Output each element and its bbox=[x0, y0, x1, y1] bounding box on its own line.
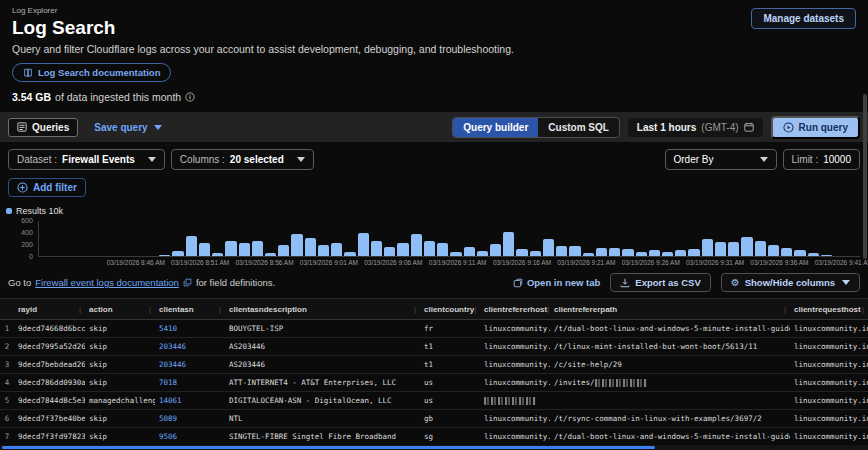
cell-clientasn[interactable]: 203446 bbox=[155, 342, 225, 351]
chart-bar[interactable] bbox=[569, 246, 580, 256]
chart-bar[interactable] bbox=[583, 253, 594, 256]
column-header-action[interactable]: action| bbox=[85, 305, 155, 314]
column-resize-handle[interactable]: | bbox=[414, 305, 416, 314]
chart-bar[interactable] bbox=[530, 251, 541, 256]
column-resize-handle[interactable]: | bbox=[79, 305, 81, 314]
chart-bar[interactable] bbox=[450, 252, 461, 256]
chart-bar[interactable] bbox=[225, 241, 236, 256]
chart-bar[interactable] bbox=[212, 253, 223, 256]
column-header-clientrefererpath[interactable]: clientrefererpath| bbox=[550, 305, 790, 314]
chart-bar[interactable] bbox=[371, 241, 382, 256]
chart-bar[interactable] bbox=[649, 250, 660, 256]
chart-bar[interactable] bbox=[411, 234, 422, 256]
chart-bar[interactable] bbox=[331, 243, 342, 256]
chart-bar[interactable] bbox=[437, 243, 448, 256]
chart-bar[interactable] bbox=[821, 255, 832, 256]
chart-bar[interactable] bbox=[688, 249, 699, 256]
add-filter-button[interactable]: Add filter bbox=[8, 178, 86, 197]
chart-bar[interactable] bbox=[305, 238, 316, 256]
cell-clientasn[interactable]: 5410 bbox=[155, 324, 225, 333]
chart-bar[interactable] bbox=[609, 248, 620, 256]
time-range-picker[interactable]: Last 1 hours (GMT-4) bbox=[628, 118, 763, 137]
chart-bar[interactable] bbox=[741, 237, 752, 256]
column-header-clientasndescription[interactable]: clientasndescription| bbox=[225, 305, 420, 314]
chart-bar[interactable] bbox=[543, 239, 554, 256]
tab-query-builder[interactable]: Query builder bbox=[453, 118, 538, 137]
save-query-button[interactable]: Save query bbox=[94, 122, 161, 133]
chart-bar[interactable] bbox=[252, 241, 263, 256]
chart-bar[interactable] bbox=[278, 245, 289, 256]
table-row[interactable]: 29decd7995a52d26cskip203446AS203446t1lin… bbox=[0, 338, 868, 356]
chart-bar[interactable] bbox=[384, 247, 395, 256]
table-row[interactable]: 59decd7844d8c5e39managedchallenge14061DI… bbox=[0, 392, 868, 410]
log-search-documentation-button[interactable]: Log Search documentation bbox=[12, 63, 171, 82]
chart-bar[interactable] bbox=[172, 251, 183, 256]
horizontal-scrollbar-thumb[interactable] bbox=[2, 446, 655, 449]
columns-select[interactable]: Columns : 20 selected bbox=[171, 149, 314, 170]
cell-clientasn[interactable]: 14061 bbox=[155, 396, 225, 405]
cell-clientasn[interactable]: 5089 bbox=[155, 414, 225, 423]
table-row[interactable]: 39decd7bebdead26cskip203446AS203446t1lin… bbox=[0, 356, 868, 374]
column-resize-handle[interactable]: | bbox=[149, 305, 151, 314]
dataset-select[interactable]: Dataset : Firewall Events bbox=[8, 149, 165, 170]
column-resize-handle[interactable]: | bbox=[784, 305, 786, 314]
column-header-clientrequesthost[interactable]: clientrequesthost| bbox=[790, 305, 868, 314]
queries-button[interactable]: Queries bbox=[8, 118, 78, 137]
chart-bar[interactable] bbox=[662, 252, 673, 256]
cell-clientasn[interactable]: 7018 bbox=[155, 378, 225, 387]
firewall-docs-link[interactable]: Firewall event logs documentation bbox=[35, 277, 179, 288]
chart-bar[interactable] bbox=[516, 249, 527, 256]
chart-bar[interactable] bbox=[424, 241, 435, 256]
column-resize-handle[interactable]: | bbox=[219, 305, 221, 314]
chart-bar[interactable] bbox=[768, 245, 779, 256]
chart-bar[interactable] bbox=[199, 243, 210, 256]
chart-bar[interactable] bbox=[464, 247, 475, 256]
chart-bar[interactable] bbox=[291, 234, 302, 256]
export-csv-button[interactable]: Export as CSV bbox=[610, 273, 710, 292]
chart-bar[interactable] bbox=[477, 251, 488, 256]
table-row[interactable]: 69decd7f37be40bebskip5089NTLgblinuxcommu… bbox=[0, 410, 868, 428]
chart-bar[interactable] bbox=[636, 252, 647, 256]
limit-input[interactable]: Limit : 10000 bbox=[783, 149, 860, 170]
table-row[interactable]: 49decd786dd0930a0skip7018ATT-INTERNET4 -… bbox=[0, 374, 868, 392]
vertical-scrollbar-thumb[interactable] bbox=[863, 94, 867, 259]
chart-bar[interactable] bbox=[344, 252, 355, 256]
chart-bar[interactable] bbox=[490, 244, 501, 256]
open-in-new-tab-button[interactable]: Open in new tab bbox=[513, 277, 600, 288]
chart-bar[interactable] bbox=[794, 250, 805, 256]
chart-bar[interactable] bbox=[755, 241, 766, 256]
column-resize-handle[interactable]: | bbox=[862, 305, 864, 314]
horizontal-scrollbar-track[interactable] bbox=[0, 445, 868, 450]
chart-bar[interactable] bbox=[596, 248, 607, 256]
chart-bar[interactable] bbox=[808, 253, 819, 257]
show-hide-columns-button[interactable]: ⚙ Show/Hide columns bbox=[721, 273, 860, 292]
column-resize-handle[interactable]: | bbox=[474, 305, 476, 314]
chart-bar[interactable] bbox=[186, 236, 197, 256]
order-by-select[interactable]: Order By bbox=[665, 149, 777, 170]
column-header-rayid[interactable]: rayid| bbox=[14, 305, 85, 314]
chart-bar[interactable] bbox=[781, 248, 792, 256]
manage-datasets-button[interactable]: Manage datasets bbox=[751, 8, 856, 29]
chart-bar[interactable] bbox=[358, 233, 369, 256]
column-header-clientasn[interactable]: clientasn| bbox=[155, 305, 225, 314]
chart-bar[interactable] bbox=[397, 243, 408, 256]
chart-bar[interactable] bbox=[702, 239, 713, 256]
column-header-clientcountry[interactable]: clientcountry| bbox=[420, 305, 480, 314]
chart-bar[interactable] bbox=[556, 246, 567, 256]
chart-bar[interactable] bbox=[728, 242, 739, 256]
chart-bar[interactable] bbox=[622, 249, 633, 256]
table-row[interactable]: 79decd7f3fd97823askip9506SINGTEL-FIBRE S… bbox=[0, 428, 868, 446]
cell-clientasn[interactable]: 203446 bbox=[155, 360, 225, 369]
run-query-button[interactable]: Run query bbox=[771, 116, 860, 139]
chart-bar[interactable] bbox=[318, 245, 329, 256]
chart-bar[interactable] bbox=[159, 255, 170, 256]
table-row[interactable]: 19decd74668d6bccdskip5410BOUYGTEL-ISPfrl… bbox=[0, 320, 868, 338]
tab-custom-sql[interactable]: Custom SQL bbox=[538, 118, 619, 137]
chart-bar[interactable] bbox=[265, 253, 276, 257]
chart-bar[interactable] bbox=[239, 243, 250, 256]
chart-bar[interactable] bbox=[715, 242, 726, 256]
column-resize-handle[interactable]: | bbox=[547, 305, 549, 314]
cell-clientasn[interactable]: 9506 bbox=[155, 432, 225, 441]
info-icon[interactable] bbox=[185, 92, 195, 102]
chart-bar[interactable] bbox=[503, 232, 514, 257]
